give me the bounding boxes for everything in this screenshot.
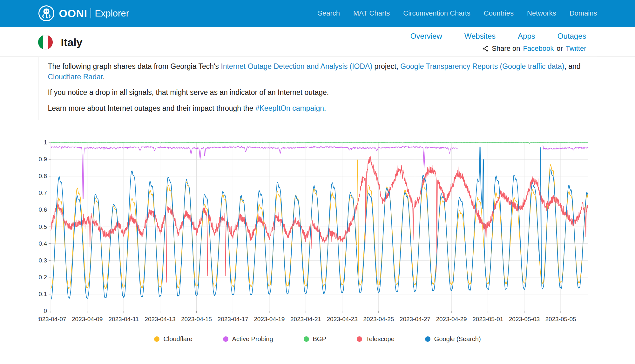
x-tick-label: 2023-04-13 (145, 316, 175, 322)
info-paragraph-keepiton: Learn more about Internet outages and th… (48, 103, 587, 114)
legend-item-active-probing[interactable]: Active Probing (223, 335, 273, 343)
legend-label-google-search: Google (Search) (434, 335, 481, 343)
outage-chart-section: 00.10.20.30.40.50.60.70.80.912023-04-072… (38, 133, 597, 352)
sources-link-3[interactable]: Google Transparency Reports (Google traf… (400, 62, 564, 70)
legend-dot-cloudflare (154, 336, 159, 342)
share-row: Share on Facebook or Twitter (482, 44, 586, 53)
y-tick-label: 0.7 (38, 189, 47, 196)
sources-link-1[interactable]: Internet Outage Detection and Analysis (… (221, 62, 372, 70)
outage-signals-chart: 00.10.20.30.40.50.60.70.80.912023-04-072… (38, 133, 597, 327)
series-line-cloudflare (51, 160, 588, 289)
x-tick-label: 2023-04-23 (327, 316, 357, 322)
x-tick-label: 2023-04-15 (181, 316, 212, 322)
x-tick-label: 2023-05-01 (472, 316, 503, 322)
ooni-explorer-logo[interactable]: OONI Explorer (38, 5, 129, 22)
info-paragraph-signals: If you notice a drop in all signals, tha… (48, 87, 587, 98)
series-line-google-search (51, 147, 588, 299)
y-tick-label: 0.2 (38, 274, 47, 280)
nav-links: SearchMAT ChartsCircumvention ChartsCoun… (318, 9, 597, 17)
x-tick-label: 2023-04-25 (363, 316, 394, 322)
italy-flag-icon (38, 35, 53, 50)
brand-name: OONI (59, 7, 87, 20)
legend-dot-google-search (425, 336, 430, 342)
country-header: Italy OverviewWebsitesAppsOutages Share … (0, 27, 635, 57)
tab-overview[interactable]: Overview (410, 32, 442, 41)
x-tick-label: 2023-04-27 (399, 316, 430, 322)
y-tick-label: 0.9 (38, 156, 47, 162)
legend-dot-telescope (357, 336, 362, 342)
y-tick-label: 0.1 (38, 291, 47, 297)
page-title: Italy (61, 36, 83, 49)
y-tick-label: 0.4 (38, 240, 47, 247)
share-prefix: Share on (492, 44, 520, 53)
x-tick-label: 2023-04-19 (254, 316, 285, 322)
y-tick-label: 0.5 (38, 223, 47, 230)
x-tick-label: 2023-04-11 (108, 316, 139, 322)
y-tick-label: 1 (44, 139, 47, 146)
share-or: or (557, 44, 563, 53)
nav-link-domains[interactable]: Domains (570, 9, 597, 17)
legend-dot-active-probing (223, 336, 228, 342)
nav-link-countries[interactable]: Countries (484, 9, 514, 17)
series-line-telescope (51, 156, 588, 282)
brand-separator (91, 8, 91, 18)
share-icon (482, 45, 489, 52)
legend-item-google-search[interactable]: Google (Search) (425, 335, 481, 343)
nav-link-networks[interactable]: Networks (527, 9, 556, 17)
sources-text-0: The following graph shares data from Geo… (48, 62, 221, 70)
keepiton-link-1[interactable]: #KeepItOn campaign (255, 104, 324, 112)
share-facebook-link[interactable]: Facebook (523, 44, 554, 53)
info-paragraph-sources: The following graph shares data from Geo… (48, 61, 587, 82)
outage-info-box: The following graph shares data from Geo… (38, 57, 597, 120)
nav-link-search[interactable]: Search (318, 9, 340, 17)
x-tick-label: 2023-04-21 (290, 316, 321, 322)
nav-link-mat-charts[interactable]: MAT Charts (353, 9, 390, 17)
legend-item-cloudflare[interactable]: Cloudflare (154, 335, 192, 343)
legend-dot-bgp (304, 336, 309, 342)
y-tick-label: 0.6 (38, 206, 47, 213)
ooni-explorer-page: OONI Explorer SearchMAT ChartsCircumvent… (0, 0, 635, 364)
sources-text-6: . (103, 73, 105, 81)
sources-text-4: , and (564, 62, 580, 70)
y-tick-label: 0.3 (38, 257, 47, 263)
top-navbar: OONI Explorer SearchMAT ChartsCircumvent… (0, 0, 635, 27)
x-tick-label: 2023-04-29 (436, 316, 467, 322)
main-content: The following graph shares data from Geo… (38, 57, 597, 352)
share-twitter-link[interactable]: Twitter (566, 44, 586, 53)
x-tick-label: 2023-04-09 (72, 316, 103, 322)
legend-label-telescope: Telescope (366, 335, 395, 343)
keepiton-text-0: Learn more about Internet outages and th… (48, 104, 255, 112)
legend-item-bgp[interactable]: BGP (304, 335, 326, 343)
legend-label-bgp: BGP (313, 335, 326, 343)
legend-item-telescope[interactable]: Telescope (357, 335, 395, 343)
legend-label-active-probing: Active Probing (232, 335, 273, 343)
ooni-octopus-icon (38, 5, 55, 22)
x-tick-label: 2023-05-05 (545, 316, 576, 322)
sources-text-2: project, (372, 62, 400, 70)
x-tick-label: 2023-05-03 (509, 316, 539, 322)
tab-outages[interactable]: Outages (557, 32, 586, 41)
legend-label-cloudflare: Cloudflare (163, 335, 192, 343)
x-tick-label: 2023-04-07 (38, 316, 66, 322)
brand-product: Explorer (95, 8, 129, 19)
sources-link-5[interactable]: Cloudflare Radar (48, 73, 103, 81)
x-tick-label: 2023-04-17 (217, 316, 248, 322)
country-tabs: OverviewWebsitesAppsOutages (410, 32, 586, 41)
series-line-bgp (51, 142, 588, 143)
y-tick-label: 0 (44, 308, 47, 314)
tab-apps[interactable]: Apps (518, 32, 535, 41)
keepiton-text-2: . (324, 104, 326, 112)
chart-legend: CloudflareActive ProbingBGPTelescopeGoog… (38, 335, 597, 352)
nav-link-circumvention-charts[interactable]: Circumvention Charts (403, 9, 470, 17)
y-tick-label: 0.8 (38, 173, 47, 179)
tab-websites[interactable]: Websites (464, 32, 496, 41)
